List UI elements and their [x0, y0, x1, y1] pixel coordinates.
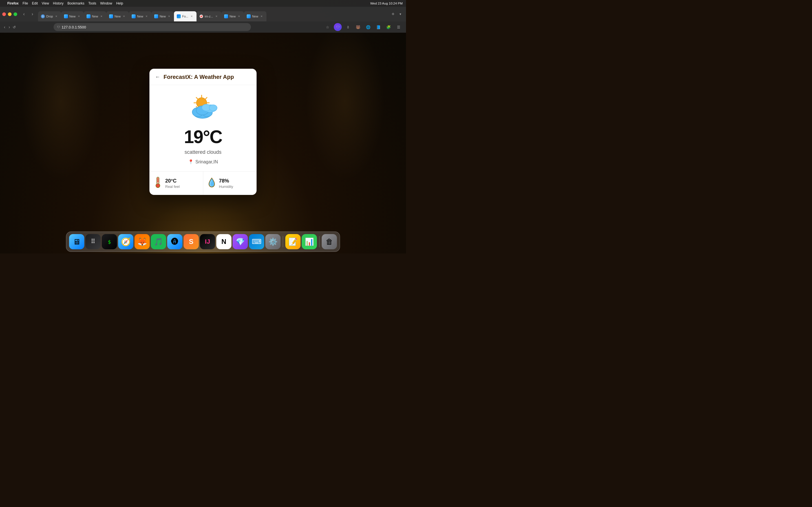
tab-new7[interactable]: New ✕: [244, 11, 266, 21]
location-icon: 📍: [188, 159, 194, 165]
tab-close-forecastx[interactable]: ✕: [190, 14, 194, 18]
tab-drop[interactable]: D Drop ✕: [38, 11, 61, 21]
menu-bookmarks[interactable]: Bookmarks: [67, 1, 84, 5]
tab-close-new1[interactable]: ✕: [77, 14, 81, 18]
bookmark-button[interactable]: ☆: [324, 23, 332, 31]
menu-edit[interactable]: Edit: [32, 1, 38, 5]
tabs-back-button[interactable]: ‹: [20, 10, 28, 18]
dock-appstore[interactable]: 🅐: [167, 234, 183, 249]
minimize-button[interactable]: [8, 12, 11, 16]
dock-obsidian[interactable]: 💎: [233, 234, 248, 249]
dock-notion[interactable]: N: [216, 234, 232, 249]
dock-system-prefs[interactable]: ⚙️: [265, 234, 281, 249]
launchpad-icon: ⠿: [91, 238, 95, 245]
menu-tools[interactable]: Tools: [88, 1, 96, 5]
menu-view[interactable]: View: [42, 1, 49, 5]
dock-finder[interactable]: 🖥: [69, 234, 84, 249]
tab-new3[interactable]: New ✕: [106, 11, 129, 21]
temperature-display: 19°C: [155, 128, 251, 146]
browser-menu-button[interactable]: ☰: [395, 23, 403, 31]
tab-favicon-new3: [109, 14, 113, 18]
browser-titlebar: ‹ › D Drop ✕ New ✕ New ✕ New: [0, 7, 406, 21]
browser-reload-button[interactable]: ↺: [13, 25, 16, 29]
tab-new1[interactable]: New ✕: [61, 11, 84, 21]
back-arrow-button[interactable]: ←: [155, 74, 160, 80]
dock-launchpad[interactable]: ⠿: [86, 234, 101, 249]
dock-trash[interactable]: 🗑: [322, 234, 337, 249]
tab-close-new5[interactable]: ✕: [167, 14, 171, 18]
os-menu-bar: Firefox File Edit View History Bookmarks…: [0, 0, 406, 7]
humidity-item: 78% Humidity: [203, 172, 257, 195]
tab-favicon-new1: [64, 14, 68, 18]
tab-close-github[interactable]: ✕: [214, 14, 218, 18]
tabs-container: D Drop ✕ New ✕ New ✕ New ✕ Ne: [38, 7, 389, 21]
address-field[interactable]: 🛡 127.0.0.1:5500: [54, 23, 251, 31]
tabs-overflow-button[interactable]: ▾: [397, 11, 404, 17]
dock-numbers[interactable]: 📊: [302, 234, 317, 249]
tab-new6[interactable]: New ✕: [221, 11, 244, 21]
dock-safari[interactable]: 🧭: [118, 234, 133, 249]
extension-button3[interactable]: 🌐: [364, 23, 372, 31]
tab-new5[interactable]: New ✕: [151, 11, 174, 21]
tab-forecastx[interactable]: Fo... ✕: [174, 11, 197, 21]
os-menu-left: Firefox File Edit View History Bookmarks…: [3, 1, 123, 5]
vscode-icon-symbol: ⌨: [252, 238, 262, 245]
prefs-icon-symbol: ⚙️: [268, 237, 277, 246]
thermometer-icon: [154, 177, 162, 190]
security-icon: 🛡: [57, 25, 60, 29]
maximize-button[interactable]: [13, 12, 17, 16]
tab-label-new6: New: [230, 15, 236, 18]
extension-button1[interactable]: 🕯: [344, 23, 352, 31]
close-button[interactable]: [2, 12, 6, 16]
tab-new4[interactable]: New ✕: [129, 11, 151, 21]
tab-label-new2: New: [92, 15, 98, 18]
dock-stickies[interactable]: 📝: [285, 234, 301, 249]
menu-firefox[interactable]: Firefox: [7, 1, 18, 5]
firefox-icon-symbol: 🦊: [137, 237, 147, 246]
tab-label-new5: New: [160, 15, 166, 18]
svg-rect-17: [157, 178, 158, 183]
extension-button2[interactable]: 🐻: [354, 23, 362, 31]
weather-icon: [186, 93, 220, 121]
intellij-icon-symbol: IJ: [205, 238, 210, 245]
dock-firefox[interactable]: 🦊: [135, 234, 150, 249]
tab-close-new3[interactable]: ✕: [122, 14, 126, 18]
new-tab-button[interactable]: +: [389, 10, 397, 18]
dock-spotify[interactable]: 🎵: [151, 234, 166, 249]
humidity-value: 78%: [219, 178, 234, 184]
svg-point-18: [156, 184, 160, 187]
tab-favicon-new7: [247, 14, 251, 18]
stickies-icon-symbol: 📝: [289, 237, 297, 246]
tab-close-new6[interactable]: ✕: [237, 14, 241, 18]
dock-intellij[interactable]: IJ: [200, 234, 215, 249]
tab-new2[interactable]: New ✕: [84, 11, 106, 21]
card-header: ← ForecastX: A Weather App: [149, 69, 257, 85]
dock-terminal[interactable]: $: [102, 234, 117, 249]
tab-close-drop[interactable]: ✕: [54, 14, 58, 18]
tab-label-github: im-z...: [205, 15, 213, 18]
spotify-icon-symbol: 🎵: [154, 237, 163, 246]
menu-window[interactable]: Window: [100, 1, 112, 5]
tab-close-new4[interactable]: ✕: [145, 14, 149, 18]
safari-icon-symbol: 🧭: [121, 237, 131, 246]
numbers-icon-symbol: 📊: [305, 237, 314, 246]
dock-vscode[interactable]: ⌨: [249, 234, 264, 249]
shield-button[interactable]: 🛡: [334, 23, 342, 31]
extension-button4[interactable]: 📘: [374, 23, 382, 31]
tab-label-new4: New: [137, 15, 143, 18]
tab-label-new1: New: [69, 15, 75, 18]
extension-button5[interactable]: 🧩: [385, 23, 393, 31]
tab-nav-arrows: ‹ ›: [20, 10, 36, 18]
location-text: Srinagar,IN: [195, 159, 218, 165]
menu-history[interactable]: History: [53, 1, 63, 5]
tab-github[interactable]: 🐙 im-z... ✕: [197, 11, 221, 21]
tab-close-new7[interactable]: ✕: [260, 14, 264, 18]
menu-file[interactable]: File: [22, 1, 28, 5]
terminal-icon-symbol: $: [108, 239, 111, 245]
tabs-forward-button[interactable]: ›: [29, 10, 36, 18]
dock-sublime[interactable]: S: [184, 234, 199, 249]
browser-forward-button[interactable]: ›: [9, 25, 10, 29]
menu-help[interactable]: Help: [116, 1, 123, 5]
tab-close-new2[interactable]: ✕: [100, 14, 103, 18]
browser-back-button[interactable]: ‹: [4, 25, 5, 29]
